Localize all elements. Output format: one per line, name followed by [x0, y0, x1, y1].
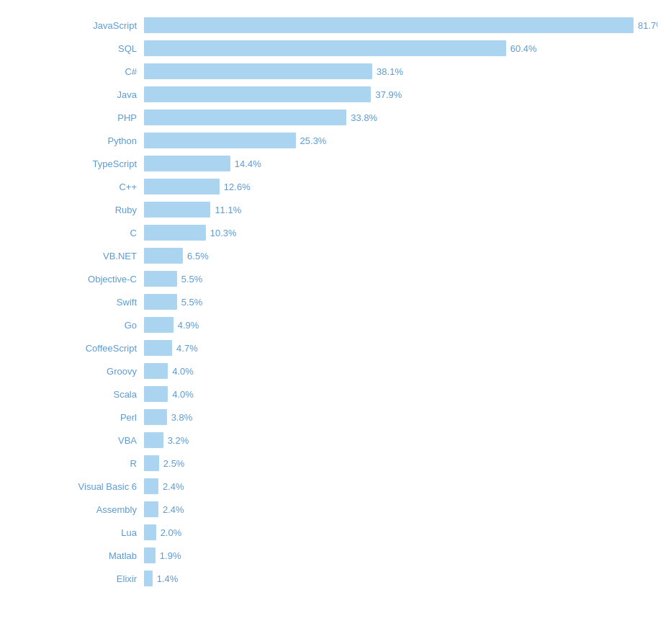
bar-fill: [144, 225, 206, 241]
bar-row: Java37.9%: [0, 84, 658, 105]
bar-row: Visual Basic 62.4%: [0, 475, 658, 497]
bar-row: Groovy4.0%: [0, 360, 658, 382]
bar-row: R2.5%: [0, 452, 658, 474]
bar-value: 14.4%: [235, 158, 261, 169]
bar-label: Lua: [0, 527, 144, 538]
bar-track: 2.4%: [144, 501, 658, 517]
bar-row: Scala4.0%: [0, 383, 658, 405]
bar-row: TypeScript14.4%: [0, 153, 658, 174]
bar-track: 4.0%: [144, 386, 658, 402]
bar-track: 12.6%: [144, 179, 658, 194]
bar-label: VBA: [0, 435, 144, 446]
bar-track: 4.9%: [144, 317, 658, 333]
bar-fill: [144, 340, 172, 356]
bar-track: 2.0%: [144, 524, 658, 540]
bar-fill: [144, 179, 220, 194]
bar-label: Elixir: [0, 573, 144, 584]
bar-value: 25.3%: [300, 135, 327, 146]
bar-value: 11.1%: [215, 205, 241, 215]
bar-track: 4.7%: [144, 340, 658, 356]
bar-label: Assembly: [0, 504, 144, 515]
bar-label: SQL: [0, 43, 144, 54]
bar-fill: [144, 501, 158, 517]
bar-value: 10.3%: [210, 228, 237, 238]
bar-label: JavaScript: [0, 20, 144, 31]
bar-track: 3.8%: [144, 409, 658, 425]
bar-label: R: [0, 458, 144, 469]
bar-chart: JavaScript81.7%SQL60.4%C#38.1%Java37.9%P…: [0, 7, 658, 598]
bar-value: 4.7%: [176, 343, 198, 354]
bar-track: 6.5%: [144, 248, 658, 264]
bar-value: 6.5%: [187, 251, 209, 261]
bar-row: Go4.9%: [0, 314, 658, 336]
bar-fill: [144, 40, 506, 56]
bar-row: C10.3%: [0, 222, 658, 243]
bar-label: C++: [0, 182, 144, 192]
bar-fill: [144, 363, 168, 379]
bar-row: Lua2.0%: [0, 522, 658, 543]
bar-row: VB.NET6.5%: [0, 245, 658, 267]
bar-row: VBA3.2%: [0, 429, 658, 451]
bar-fill: [144, 156, 230, 171]
bar-value: 3.8%: [171, 412, 193, 423]
bar-row: Assembly2.4%: [0, 498, 658, 520]
bar-row: PHP33.8%: [0, 107, 658, 128]
bar-label: Matlab: [0, 550, 144, 561]
bar-value: 12.6%: [224, 182, 251, 192]
bar-value: 1.9%: [160, 550, 181, 561]
bar-track: 10.3%: [144, 225, 658, 241]
bar-fill: [144, 478, 158, 494]
bar-row: JavaScript81.7%: [0, 14, 658, 36]
bar-fill: [144, 86, 371, 102]
bar-track: 38.1%: [144, 63, 658, 79]
bar-value: 4.0%: [172, 366, 194, 377]
bar-value: 2.4%: [163, 481, 184, 492]
bar-row: Python25.3%: [0, 130, 658, 151]
bar-value: 1.4%: [157, 573, 179, 584]
bar-track: 2.5%: [144, 455, 658, 471]
bar-fill: [144, 248, 183, 264]
bar-track: 37.9%: [144, 86, 658, 102]
bar-label: VB.NET: [0, 251, 144, 261]
bar-fill: [144, 202, 210, 218]
bar-label: C#: [0, 66, 144, 77]
bar-label: TypeScript: [0, 158, 144, 169]
bar-row: C#38.1%: [0, 61, 658, 82]
bar-row: Matlab1.9%: [0, 545, 658, 566]
bar-label: Go: [0, 320, 144, 331]
bar-value: 2.5%: [163, 458, 185, 469]
bar-value: 33.8%: [351, 112, 377, 123]
bar-fill: [144, 317, 173, 333]
bar-row: Ruby11.1%: [0, 199, 658, 220]
bar-track: 4.0%: [144, 363, 658, 379]
bar-track: 5.5%: [144, 294, 658, 310]
bar-value: 2.4%: [163, 504, 184, 515]
bar-track: 1.9%: [144, 547, 658, 563]
bar-track: 14.4%: [144, 156, 658, 171]
bar-row: Elixir1.4%: [0, 568, 658, 589]
bar-fill: [144, 524, 156, 540]
bar-track: 81.7%: [144, 17, 658, 33]
bar-fill: [144, 409, 167, 425]
bar-fill: [144, 294, 177, 310]
bar-value: 3.2%: [168, 435, 189, 446]
bar-fill: [144, 109, 346, 125]
bar-label: Java: [0, 89, 144, 100]
bar-label: C: [0, 228, 144, 238]
bar-track: 25.3%: [144, 133, 658, 148]
bar-row: SQL60.4%: [0, 37, 658, 59]
bar-value: 5.5%: [181, 297, 203, 308]
bar-value: 37.9%: [375, 89, 402, 100]
bar-label: Ruby: [0, 205, 144, 215]
bar-label: CoffeeScript: [0, 343, 144, 354]
bar-fill: [144, 133, 296, 148]
bar-label: Groovy: [0, 366, 144, 377]
bar-label: Objective-C: [0, 274, 144, 285]
bar-value: 4.0%: [172, 389, 194, 400]
bar-value: 38.1%: [377, 66, 403, 77]
bar-fill: [144, 432, 163, 448]
bar-fill: [144, 571, 153, 586]
bar-track: 60.4%: [144, 40, 658, 56]
bar-value: 2.0%: [161, 527, 182, 538]
bar-label: Python: [0, 135, 144, 146]
